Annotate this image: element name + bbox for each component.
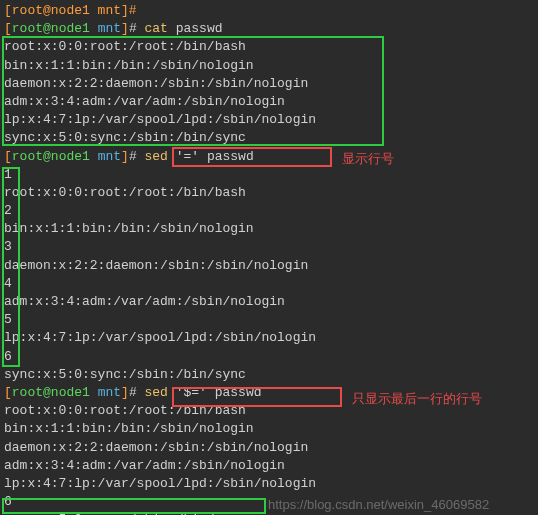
output-line: sync:x:5:0:sync:/sbin:/bin/sync [4, 129, 534, 147]
terminal-window[interactable]: [root@node1 mnt]# [root@node1 mnt]# cat … [0, 0, 538, 515]
output-line: root:x:0:0:root:/root:/bin/bash [4, 402, 534, 420]
prompt-host: node1 [51, 21, 90, 36]
output-line: root:x:0:0:root:/root:/bin/bash [4, 184, 534, 202]
prompt-host: node1 [51, 385, 90, 400]
output-line: bin:x:1:1:bin:/bin:/sbin/nologin [4, 57, 534, 75]
command-name: sed [145, 385, 168, 400]
output-line: 3 [4, 238, 534, 256]
command-args: passwd [168, 21, 223, 36]
output-line: adm:x:3:4:adm:/var/adm:/sbin/nologin [4, 93, 534, 111]
prompt-bracket: [ [4, 149, 12, 164]
prompt-user: root [12, 149, 43, 164]
terminal-line: [root@node1 mnt]# [4, 2, 534, 20]
output-line: bin:x:1:1:bin:/bin:/sbin/nologin [4, 220, 534, 238]
output-line: daemon:x:2:2:daemon:/sbin:/sbin/nologin [4, 75, 534, 93]
output-line: bin:x:1:1:bin:/bin:/sbin/nologin [4, 420, 534, 438]
output-line: 1 [4, 166, 534, 184]
prompt-bracket: [ [4, 21, 12, 36]
command-args: '$=' passwd [168, 385, 262, 400]
command-line: [root@node1 mnt]# sed '=' passwd [4, 148, 534, 166]
output-line: sync:x:5:0:sync:/sbin:/bin/sync [4, 511, 534, 515]
prompt-path: mnt [90, 149, 121, 164]
output-line: lp:x:4:7:lp:/var/spool/lpd:/sbin/nologin [4, 111, 534, 129]
output-line: 4 [4, 275, 534, 293]
prompt-path: mnt [90, 385, 121, 400]
prompt-at: @ [43, 21, 51, 36]
command-line: [root@node1 mnt]# cat passwd [4, 20, 534, 38]
prompt-bracket-close: ] [121, 149, 129, 164]
command-name: cat [145, 21, 168, 36]
prompt-text: [root@node1 mnt]# [4, 3, 144, 18]
prompt-hash: # [129, 385, 145, 400]
output-line: root:x:0:0:root:/root:/bin/bash [4, 38, 534, 56]
prompt-path: mnt [90, 21, 121, 36]
output-line: lp:x:4:7:lp:/var/spool/lpd:/sbin/nologin [4, 475, 534, 493]
output-line: 5 [4, 311, 534, 329]
prompt-user: root [12, 21, 43, 36]
command-name: sed [145, 149, 168, 164]
output-line: 6 [4, 493, 534, 511]
command-line: [root@node1 mnt]# sed '$=' passwd [4, 384, 534, 402]
command-args: '=' passwd [168, 149, 254, 164]
output-line: lp:x:4:7:lp:/var/spool/lpd:/sbin/nologin [4, 329, 534, 347]
output-line: 2 [4, 202, 534, 220]
prompt-hash: # [129, 149, 145, 164]
output-line: sync:x:5:0:sync:/sbin:/bin/sync [4, 366, 534, 384]
prompt-bracket-close: ] [121, 21, 129, 36]
output-line: adm:x:3:4:adm:/var/adm:/sbin/nologin [4, 457, 534, 475]
prompt-hash: # [129, 21, 145, 36]
output-line: daemon:x:2:2:daemon:/sbin:/sbin/nologin [4, 439, 534, 457]
prompt-at: @ [43, 149, 51, 164]
prompt-user: root [12, 385, 43, 400]
prompt-host: node1 [51, 149, 90, 164]
prompt-bracket: [ [4, 385, 12, 400]
output-line: adm:x:3:4:adm:/var/adm:/sbin/nologin [4, 293, 534, 311]
output-line: daemon:x:2:2:daemon:/sbin:/sbin/nologin [4, 257, 534, 275]
prompt-at: @ [43, 385, 51, 400]
prompt-bracket-close: ] [121, 385, 129, 400]
output-line: 6 [4, 348, 534, 366]
